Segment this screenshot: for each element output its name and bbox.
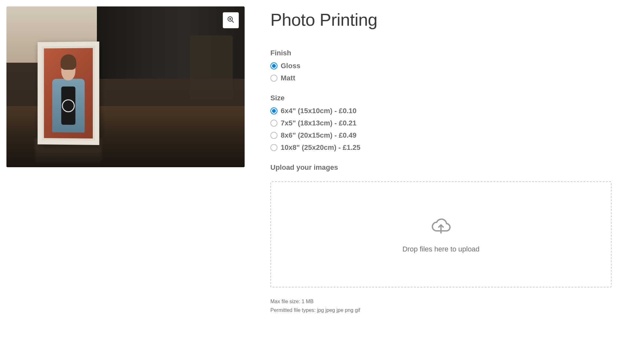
zoom-in-icon [227,16,235,25]
radio-label: 10x8" (25x20cm) - £1.25 [281,143,360,152]
upload-dropzone[interactable]: Drop files here to upload [270,181,612,287]
zoom-button[interactable] [223,12,239,28]
radio-icon [270,62,277,69]
finish-option-gloss[interactable]: Gloss [270,62,612,70]
svg-line-3 [232,21,234,23]
finish-option-group: Finish Gloss Matt [270,49,612,82]
radio-label: 6x4" (15x10cm) - £0.10 [281,107,356,115]
size-option-8x6[interactable]: 8x6" (20x15cm) - £0.49 [270,131,612,140]
finish-label: Finish [270,49,612,57]
size-option-group: Size 6x4" (15x10cm) - £0.10 7x5" (18x13c… [270,94,612,152]
dropzone-text: Drop files here to upload [402,245,480,253]
radio-label: Matt [281,74,295,82]
finish-option-matt[interactable]: Matt [270,74,612,82]
size-label: Size [270,94,612,102]
radio-label: 8x6" (20x15cm) - £0.49 [281,131,356,140]
radio-label: 7x5" (18x13cm) - £0.21 [281,119,356,127]
product-title: Photo Printing [270,10,612,30]
product-image[interactable] [6,6,245,167]
cloud-upload-icon [431,215,451,237]
radio-icon [270,120,277,127]
permitted-file-types: Permitted file types: jpg jpeg jpe png g… [270,306,612,314]
radio-icon [270,132,277,139]
radio-label: Gloss [281,62,300,70]
product-page: Photo Printing Finish Gloss Matt Size 6x… [6,6,612,314]
max-file-size: Max file size: 1 MB [270,297,612,306]
product-gallery [6,6,245,314]
product-image-wrapper [6,6,245,167]
size-option-10x8[interactable]: 10x8" (25x20cm) - £1.25 [270,143,612,152]
size-option-6x4[interactable]: 6x4" (15x10cm) - £0.10 [270,107,612,115]
radio-icon [270,144,277,151]
size-option-7x5[interactable]: 7x5" (18x13cm) - £0.21 [270,119,612,127]
radio-icon [270,107,277,114]
radio-icon [270,75,277,82]
product-details: Photo Printing Finish Gloss Matt Size 6x… [270,6,612,314]
file-info: Max file size: 1 MB Permitted file types… [270,297,612,314]
upload-label: Upload your images [270,163,612,172]
